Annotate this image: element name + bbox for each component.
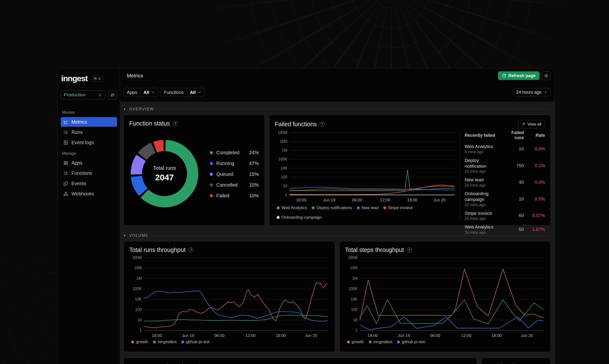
svg-text:Jun 20: Jun 20 bbox=[521, 333, 533, 338]
failed-functions-card: Failed functions ? View all 100M10M1M100… bbox=[269, 115, 551, 226]
svg-text:1: 1 bbox=[139, 328, 142, 332]
deploy-notifications-dot bbox=[312, 207, 315, 209]
log-search-icon bbox=[63, 140, 68, 145]
total-steps-legend: growth inngestbot github-pr-bot bbox=[347, 339, 545, 344]
svg-text:10M: 10M bbox=[280, 139, 287, 143]
github-pr-bot-dot bbox=[181, 340, 184, 343]
functions-icon bbox=[63, 171, 68, 176]
line-chart-icon bbox=[63, 119, 68, 125]
web-analytics-dot bbox=[277, 207, 279, 209]
svg-text:100: 100 bbox=[135, 308, 142, 312]
events-stack-icon bbox=[63, 181, 68, 186]
sidebar-item-metrics[interactable]: Metrics bbox=[61, 117, 117, 127]
new-lead-dot bbox=[357, 207, 360, 209]
help-icon[interactable]: ? bbox=[320, 122, 325, 127]
help-icon[interactable]: ? bbox=[188, 247, 194, 252]
overview-section-label: OVERVIEW bbox=[129, 107, 154, 112]
table-row[interactable]: New lead20 mins ago 40 0.3% bbox=[465, 177, 545, 187]
filter-bar: Apps All Functions All bbox=[120, 83, 554, 102]
total-steps-throughput-title: Total steps throughput bbox=[345, 247, 404, 253]
legend-item-failed: Failed 10% bbox=[210, 193, 259, 198]
sdk-request-throughput-card: SDK request throughput ? bbox=[124, 358, 477, 364]
nav-section-manage: Manage bbox=[62, 151, 117, 156]
refresh-page-button[interactable]: Refresh page bbox=[498, 71, 540, 80]
table-row[interactable]: Web Analytics35 mins ago 50 1.67% bbox=[465, 224, 545, 235]
total-runs-throughput-chart: 100M10M1M100K10K10010118:00Jun 1906:0012… bbox=[129, 255, 330, 339]
sidebar-nav: Monitor Metrics Runs Event logs Manage A… bbox=[61, 107, 117, 199]
svg-text:10M: 10M bbox=[134, 266, 142, 270]
settings-button[interactable] bbox=[542, 71, 551, 80]
sdk-request-throughput-title: SDK request throughput bbox=[129, 363, 194, 364]
svg-text:18:00: 18:00 bbox=[152, 333, 162, 338]
growth-dot bbox=[347, 340, 350, 343]
svg-text:06:00: 06:00 bbox=[352, 198, 362, 202]
svg-text:100K: 100K bbox=[348, 287, 358, 291]
svg-text:Jun 19: Jun 19 bbox=[323, 198, 335, 202]
functions-filter-label: Functions bbox=[161, 88, 187, 97]
stripe-invoice-dot bbox=[383, 207, 386, 209]
sidebar-item-functions[interactable]: Functions bbox=[61, 168, 117, 178]
svg-text:10K: 10K bbox=[350, 297, 358, 301]
legend-item-queued: Queued 15% bbox=[210, 171, 259, 177]
cancelled-dot bbox=[210, 183, 213, 187]
function-status-card: Function status ? Total runs 2047 bbox=[124, 115, 265, 226]
svg-text:18:00: 18:00 bbox=[491, 333, 502, 338]
chevron-down-icon bbox=[544, 91, 547, 94]
github-pr-bot-dot bbox=[397, 340, 400, 343]
sidebar-item-event-logs[interactable]: Event logs bbox=[61, 138, 117, 147]
table-row[interactable]: Web Analytics5 mins ago 10 0.5% bbox=[465, 144, 545, 154]
svg-text:12:00: 12:00 bbox=[245, 333, 256, 338]
sidebar-item-runs[interactable]: Runs bbox=[61, 127, 117, 137]
environment-filter-button[interactable] bbox=[108, 90, 117, 99]
svg-text:18:00: 18:00 bbox=[276, 333, 286, 338]
time-range-select[interactable]: 24 hours ago bbox=[513, 88, 551, 96]
table-row[interactable]: Onboarding campaign22 mins ago 10 0.5% bbox=[465, 191, 545, 207]
backlog-card: Backlog ? bbox=[482, 358, 551, 364]
collapse-arrow-icon: ▾ bbox=[124, 234, 126, 238]
svg-text:18:00: 18:00 bbox=[368, 333, 378, 338]
environment-select[interactable]: Production bbox=[61, 90, 105, 99]
collapse-arrow-icon: ▾ bbox=[124, 107, 126, 111]
section-divider bbox=[157, 109, 551, 109]
svg-text:10M: 10M bbox=[350, 266, 357, 270]
command-k-shortcut-badge[interactable]: ⌘ K bbox=[91, 76, 103, 82]
failed-functions-chart: 100M10M1M100K10K10010118:00Jun 1906:0012… bbox=[275, 130, 456, 205]
view-all-button[interactable]: View all bbox=[518, 120, 545, 128]
total-runs-throughput-card: Total runs throughput ? 100M10M1M100K10K… bbox=[124, 241, 335, 352]
failed-functions-legend: Web Analytics Deploy notifications New l… bbox=[277, 206, 456, 220]
inngestbot-dot bbox=[153, 340, 156, 343]
main-area: Metrics Refresh page Apps bbox=[120, 68, 554, 364]
recently-failed-table: Recently failed Failed runs Rate Web Ana… bbox=[460, 130, 545, 219]
running-dot bbox=[210, 162, 213, 165]
app-window: inngest ⌘ K Production Monitor Metrics bbox=[57, 68, 554, 364]
svg-text:10: 10 bbox=[283, 184, 287, 188]
svg-text:18:00: 18:00 bbox=[296, 198, 306, 202]
total-runs-label: Total runs bbox=[153, 165, 176, 171]
svg-text:12:00: 12:00 bbox=[461, 333, 471, 338]
refresh-icon bbox=[502, 74, 506, 78]
svg-text:100K: 100K bbox=[278, 157, 288, 161]
table-row[interactable]: Deploy notification10 mins ago 700 0.1% bbox=[465, 157, 545, 174]
volume-section-label: VOLUME bbox=[129, 233, 148, 238]
functions-filter-value: All bbox=[190, 90, 196, 95]
page-title: Metrics bbox=[127, 73, 143, 78]
table-row[interactable]: Stripe invoice25 mins ago 60 0.07% bbox=[465, 210, 545, 221]
help-icon[interactable]: ? bbox=[173, 121, 178, 126]
svg-text:1: 1 bbox=[285, 193, 287, 197]
overview-section-toggle[interactable]: ▾ OVERVIEW bbox=[124, 106, 551, 113]
arrow-up-right-icon bbox=[522, 122, 525, 126]
completed-dot bbox=[210, 151, 213, 154]
sidebar-item-webhooks[interactable]: Webhooks bbox=[61, 189, 117, 198]
growth-dot bbox=[131, 340, 134, 343]
failed-functions-title: Failed functions bbox=[275, 121, 317, 128]
section-divider bbox=[152, 236, 551, 236]
sidebar-item-events[interactable]: Events bbox=[61, 179, 117, 188]
apps-filter-label: Apps bbox=[124, 88, 140, 97]
page-header: Metrics Refresh page bbox=[120, 68, 554, 83]
svg-text:Jun 19: Jun 19 bbox=[182, 333, 194, 338]
svg-text:10K: 10K bbox=[135, 297, 142, 301]
help-icon[interactable]: ? bbox=[407, 247, 412, 252]
sidebar-item-apps[interactable]: Apps bbox=[61, 158, 117, 168]
functions-filter[interactable]: Functions All bbox=[161, 88, 205, 97]
apps-filter[interactable]: Apps All bbox=[124, 88, 158, 97]
